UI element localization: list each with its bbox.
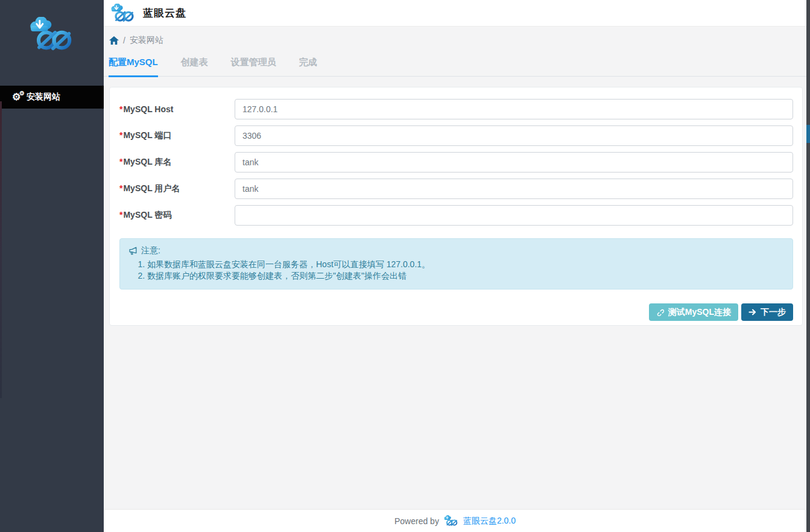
bullhorn-icon <box>128 247 138 256</box>
required-mark: * <box>119 157 122 166</box>
breadcrumb-separator: / <box>123 36 125 45</box>
next-step-button[interactable]: 下一步 <box>741 303 793 321</box>
header: 蓝眼云盘 <box>104 0 806 27</box>
mysql-config-card: *MySQL Host *MySQL 端口 *MySQL 库名 *MySQL 用… <box>109 87 803 326</box>
tank-logo-icon <box>25 17 78 52</box>
content: / 安装网站 配置MySQL 创建表 设置管理员 完成 *MySQL Host … <box>104 27 806 509</box>
footer: Powered by 蓝眼云盘2.0.0 <box>104 509 806 532</box>
sidebar-texture <box>0 101 2 398</box>
sidebar-item-label: 安装网站 <box>27 92 60 103</box>
sidebar-logo <box>0 0 104 52</box>
form-row-port: *MySQL 端口 <box>119 125 793 146</box>
notice-list: 如果数据库和蓝眼云盘安装在同一台服务器，Host可以直接填写 127.0.0.1… <box>128 259 784 281</box>
required-mark: * <box>119 130 122 140</box>
mysql-host-input[interactable] <box>235 99 793 119</box>
mysql-username-input[interactable] <box>235 179 793 199</box>
page-scrollbar[interactable] <box>806 0 810 532</box>
breadcrumb: / 安装网站 <box>109 34 806 46</box>
notice-item: 如果数据库和蓝眼云盘安装在同一台服务器，Host可以直接填写 127.0.0.1… <box>147 259 784 270</box>
sidebar: ⚙⚙ 安装网站 <box>0 0 104 532</box>
mysql-port-input[interactable] <box>235 125 793 146</box>
main-area: 蓝眼云盘 / 安装网站 配置MySQL 创建表 设置管理员 完成 *MySQL … <box>104 0 806 532</box>
form-row-username: *MySQL 用户名 <box>119 179 793 199</box>
mysql-password-input[interactable] <box>235 205 793 226</box>
tank-logo-icon <box>443 515 460 527</box>
required-mark: * <box>119 183 122 193</box>
required-mark: * <box>119 210 122 220</box>
notice-title: 注意: <box>128 245 784 256</box>
test-mysql-button[interactable]: 测试MySQL连接 <box>649 303 738 321</box>
arrow-right-icon <box>748 308 756 316</box>
breadcrumb-current: 安装网站 <box>130 35 163 46</box>
sidebar-item-install[interactable]: ⚙⚙ 安装网站 <box>0 86 104 109</box>
mysql-database-input[interactable] <box>235 152 793 173</box>
scrollbar-thumb[interactable] <box>806 125 810 143</box>
field-label: *MySQL Host <box>119 104 235 114</box>
home-icon[interactable] <box>109 36 119 45</box>
tab-create-tables[interactable]: 创建表 <box>181 57 208 76</box>
field-label: *MySQL 库名 <box>119 157 235 168</box>
app-title: 蓝眼云盘 <box>143 6 186 20</box>
powered-by-label: Powered by <box>394 516 439 526</box>
actions-bar: 测试MySQL连接 下一步 <box>119 303 793 321</box>
tab-configure-mysql[interactable]: 配置MySQL <box>109 57 158 76</box>
cogs-icon: ⚙⚙ <box>12 92 27 103</box>
notice-item: 数据库账户的权限要求要能够创建表，否则第二步"创建表"操作会出错 <box>147 270 784 281</box>
field-label: *MySQL 密码 <box>119 210 235 221</box>
field-label: *MySQL 端口 <box>119 130 235 141</box>
tab-finish[interactable]: 完成 <box>299 57 317 76</box>
notice-box: 注意: 如果数据库和蓝眼云盘安装在同一台服务器，Host可以直接填写 127.0… <box>119 238 793 290</box>
wizard-tabs: 配置MySQL 创建表 设置管理员 完成 <box>104 57 806 77</box>
tank-logo-icon <box>109 4 138 23</box>
brand-version-link[interactable]: 蓝眼云盘2.0.0 <box>463 516 516 527</box>
form-row-host: *MySQL Host <box>119 99 793 119</box>
link-icon <box>656 308 664 316</box>
form-row-database: *MySQL 库名 <box>119 152 793 173</box>
tab-set-admin[interactable]: 设置管理员 <box>231 57 276 76</box>
required-mark: * <box>119 104 122 114</box>
field-label: *MySQL 用户名 <box>119 183 235 194</box>
form-row-password: *MySQL 密码 <box>119 205 793 226</box>
